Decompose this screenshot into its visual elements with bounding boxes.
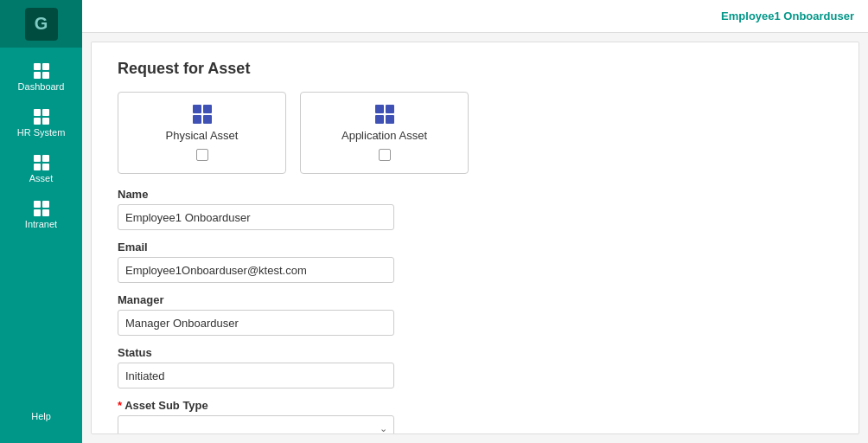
name-label: Name (118, 188, 833, 201)
asset-sub-type-select[interactable] (118, 415, 394, 434)
manager-label: Manager (118, 293, 833, 306)
logo-icon: G (25, 8, 58, 41)
asset-card-physical[interactable]: Physical Asset (118, 92, 286, 174)
current-user: Employee1 Onboarduser (721, 10, 854, 22)
page-title: Request for Asset (118, 60, 833, 78)
asset-sub-type-group: Asset Sub Type ⌄ (118, 399, 833, 434)
asset-card-application[interactable]: Application Asset (300, 92, 469, 174)
name-input[interactable] (118, 204, 394, 230)
sidebar-item-help[interactable]: Help (0, 402, 82, 430)
asset-type-cards: Physical Asset Application Asset (118, 92, 833, 174)
physical-asset-checkbox[interactable] (196, 149, 208, 161)
name-field-group: Name (118, 188, 833, 230)
sidebar: G Dashboard HR System Asset Intranet Hel… (0, 0, 82, 443)
topbar: Employee1 Onboarduser (82, 0, 868, 33)
intranet-icon (34, 201, 49, 216)
main-area: Employee1 Onboarduser Request for Asset … (82, 0, 868, 443)
application-asset-icon (375, 105, 394, 124)
manager-field-group: Manager (118, 293, 833, 336)
status-label: Status (118, 346, 833, 359)
email-label: Email (118, 241, 833, 254)
sidebar-item-intranet[interactable]: Intranet (0, 192, 82, 238)
app-logo: G (0, 0, 82, 48)
sidebar-item-hr-system[interactable]: HR System (0, 100, 82, 146)
application-asset-checkbox[interactable] (379, 149, 391, 161)
status-field-group: Status (118, 346, 833, 388)
status-input[interactable] (118, 363, 394, 388)
sidebar-item-asset[interactable]: Asset (0, 146, 82, 192)
dashboard-icon (34, 63, 49, 79)
physical-asset-icon (193, 105, 212, 124)
manager-input[interactable] (118, 310, 394, 336)
email-field-group: Email (118, 241, 833, 283)
asset-icon (34, 155, 49, 170)
content-area: Request for Asset Physical Asset Applica… (91, 42, 859, 434)
email-input[interactable] (118, 257, 394, 283)
application-asset-label: Application Asset (341, 129, 427, 142)
asset-sub-type-wrapper: ⌄ (118, 415, 394, 434)
physical-asset-label: Physical Asset (166, 129, 239, 142)
hr-system-icon (34, 109, 49, 125)
asset-sub-type-label: Asset Sub Type (118, 399, 833, 412)
sidebar-item-dashboard[interactable]: Dashboard (0, 55, 82, 100)
